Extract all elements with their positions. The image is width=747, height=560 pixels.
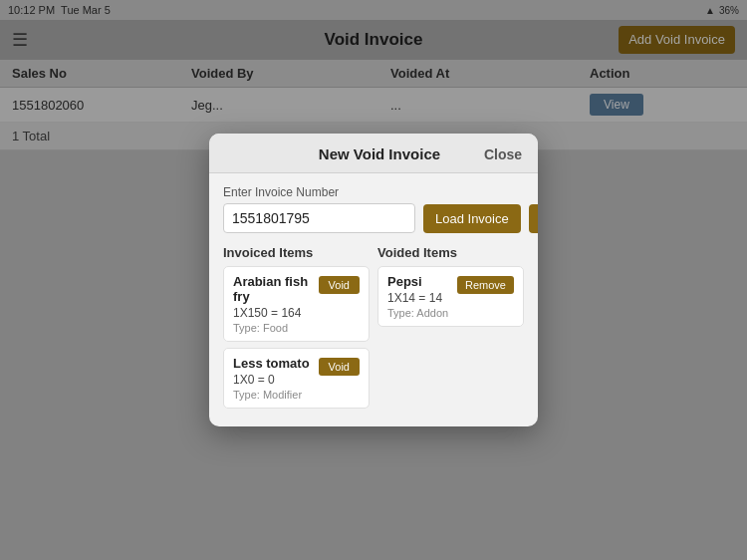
list-item: Less tomato 1X0 = 0 Type: Modifier Void [223, 348, 370, 409]
remove-item-button[interactable]: Remove [457, 276, 514, 294]
list-item: Arabian fish fry 1X150 = 164 Type: Food … [223, 266, 370, 342]
item-qty: 1X0 = 0 [233, 373, 310, 387]
invoiced-items-title: Invoiced Items [223, 245, 370, 260]
modal-overlay: New Void Invoice Close Enter Invoice Num… [0, 0, 747, 560]
invoiced-items-column: Invoiced Items Arabian fish fry 1X150 = … [223, 245, 370, 415]
save-invoice-button[interactable]: Save Invoice [529, 204, 538, 233]
modal-header: New Void Invoice Close [209, 134, 538, 173]
modal-body: Enter Invoice Number Load Invoice Save I… [209, 173, 538, 426]
item-name: Less tomato [233, 356, 310, 371]
list-item: Pepsi 1X14 = 14 Type: Addon Remove [377, 266, 524, 327]
item-qty: 1X14 = 14 [387, 291, 448, 305]
invoice-number-label: Enter Invoice Number [223, 185, 524, 199]
new-void-invoice-modal: New Void Invoice Close Enter Invoice Num… [209, 134, 538, 426]
items-columns: Invoiced Items Arabian fish fry 1X150 = … [223, 245, 524, 415]
item-type: Type: Addon [387, 307, 448, 319]
voided-items-column: Voided Items Pepsi 1X14 = 14 Type: Addon… [377, 245, 524, 415]
void-item-button[interactable]: Void [319, 276, 360, 294]
item-name: Arabian fish fry [233, 274, 319, 304]
invoice-number-input[interactable] [223, 203, 415, 233]
item-type: Type: Modifier [233, 389, 310, 401]
voided-items-title: Voided Items [377, 245, 524, 260]
item-type: Type: Food [233, 322, 319, 334]
item-qty: 1X150 = 164 [233, 306, 319, 320]
close-button[interactable]: Close [484, 146, 522, 162]
item-name: Pepsi [387, 274, 448, 289]
modal-title: New Void Invoice [275, 145, 484, 162]
void-item-button[interactable]: Void [319, 358, 360, 376]
load-invoice-button[interactable]: Load Invoice [423, 204, 521, 233]
invoice-input-row: Load Invoice Save Invoice [223, 203, 524, 233]
